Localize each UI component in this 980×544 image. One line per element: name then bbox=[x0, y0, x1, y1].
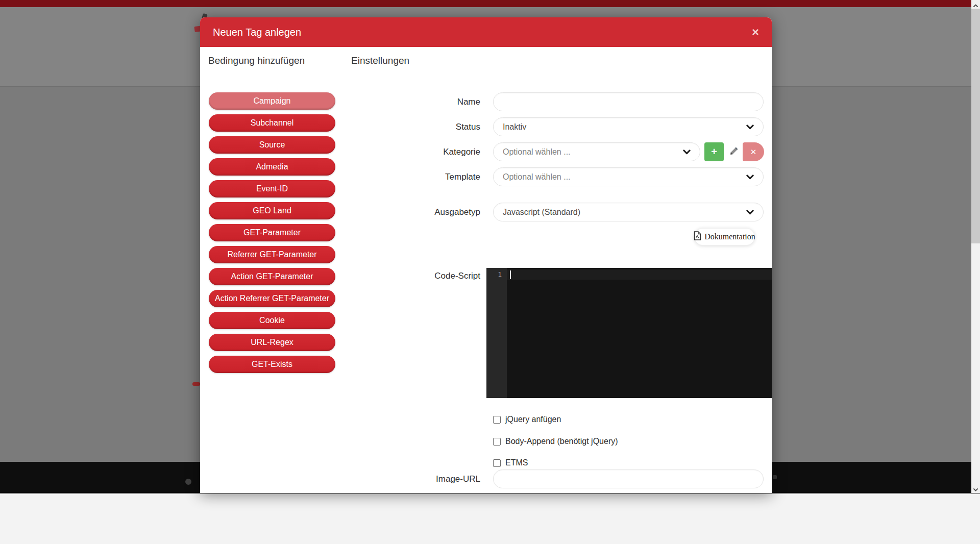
body-append-checkbox-row: Body-Append (benötigt jQuery) bbox=[493, 436, 618, 447]
conditions-heading: Bedingung hinzufügen bbox=[208, 55, 305, 66]
chevron-down-icon bbox=[973, 484, 978, 493]
image-url-input[interactable] bbox=[493, 469, 764, 488]
ausgabetyp-row: Ausgabetyp Javascript (Standard) bbox=[200, 203, 772, 221]
dokumentation-button-label: Dokumentation bbox=[704, 232, 755, 241]
background-top-red-bar bbox=[0, 0, 971, 7]
kategorie-add-button[interactable]: + bbox=[704, 142, 724, 161]
kategorie-label: Kategorie bbox=[200, 142, 480, 161]
ausgabetyp-select[interactable]: Javascript (Standard) bbox=[493, 203, 764, 221]
background-red-dash bbox=[192, 382, 200, 386]
status-row: Status Inaktiv bbox=[200, 117, 772, 136]
editor-text-caret bbox=[510, 270, 511, 279]
status-select[interactable]: Inaktiv bbox=[493, 117, 764, 136]
chevron-down-icon bbox=[683, 150, 691, 155]
close-icon[interactable]: × bbox=[752, 26, 759, 38]
pdf-file-icon bbox=[694, 231, 701, 242]
jquery-checkbox-row: jQuery anfügen bbox=[493, 414, 561, 425]
editor-line-number-gutter: 1 bbox=[486, 268, 507, 398]
editor-line-number: 1 bbox=[498, 270, 502, 278]
template-label: Template bbox=[200, 167, 480, 186]
body-append-checkbox-label: Body-Append (benötigt jQuery) bbox=[505, 437, 618, 446]
image-url-row: Image-URL bbox=[200, 469, 772, 488]
condition-button-get-exists[interactable]: GET-Exists bbox=[209, 356, 335, 373]
settings-heading: Einstellungen bbox=[351, 55, 409, 66]
jquery-checkbox-label: jQuery anfügen bbox=[505, 415, 561, 424]
condition-button-url-regex[interactable]: URL-Regex bbox=[209, 334, 335, 351]
template-select[interactable]: Optional wählen ... bbox=[493, 167, 764, 186]
condition-button-referrer-get-parameter[interactable]: Referrer GET-Parameter bbox=[209, 246, 335, 263]
x-icon: ✕ bbox=[750, 147, 757, 157]
image-url-label: Image-URL bbox=[200, 469, 480, 488]
dokumentation-button[interactable]: Dokumentation bbox=[694, 228, 755, 245]
chevron-down-icon bbox=[746, 125, 754, 130]
pencil-icon bbox=[729, 146, 739, 158]
condition-button-cookie[interactable]: Cookie bbox=[209, 312, 335, 329]
ausgabetyp-selected-value: Javascript (Standard) bbox=[503, 208, 580, 217]
name-input[interactable] bbox=[493, 92, 764, 111]
chevron-up-icon bbox=[973, 0, 978, 9]
jquery-checkbox[interactable] bbox=[493, 416, 501, 424]
kategorie-select[interactable]: Optional wählen ... bbox=[493, 142, 700, 161]
kategorie-edit-button[interactable] bbox=[727, 142, 741, 161]
scrollbar-thumb[interactable] bbox=[971, 9, 980, 243]
editor-active-line bbox=[507, 269, 772, 280]
name-row: Name bbox=[200, 92, 772, 111]
area-below-viewport bbox=[0, 493, 980, 544]
etms-checkbox-label: ETMS bbox=[505, 458, 528, 467]
body-append-checkbox[interactable] bbox=[493, 438, 501, 446]
code-script-label: Code-Script bbox=[200, 271, 480, 281]
screen: Neuen Tag anlegen × Bedingung hinzufügen… bbox=[0, 0, 980, 544]
code-script-editor[interactable]: 1 bbox=[486, 268, 772, 398]
scrollbar-up-button[interactable] bbox=[971, 0, 980, 9]
modal-title: Neuen Tag anlegen bbox=[213, 27, 301, 38]
create-tag-modal: Neuen Tag anlegen × Bedingung hinzufügen… bbox=[200, 17, 772, 493]
etms-checkbox[interactable] bbox=[493, 459, 501, 467]
modal-header: Neuen Tag anlegen × bbox=[200, 17, 772, 47]
name-label: Name bbox=[200, 92, 480, 111]
chevron-down-icon bbox=[746, 210, 754, 215]
template-placeholder: Optional wählen ... bbox=[503, 172, 571, 182]
background-footer-icon bbox=[185, 479, 191, 485]
condition-button-get-parameter[interactable]: GET-Parameter bbox=[209, 224, 335, 241]
ausgabetyp-label: Ausgabetyp bbox=[200, 203, 480, 221]
status-label: Status bbox=[200, 117, 480, 136]
kategorie-placeholder: Optional wählen ... bbox=[503, 147, 571, 157]
kategorie-clear-button[interactable]: ✕ bbox=[743, 142, 764, 161]
chevron-down-icon bbox=[746, 175, 754, 180]
scrollbar-down-button[interactable] bbox=[971, 484, 980, 493]
etms-checkbox-row: ETMS bbox=[493, 458, 528, 468]
kategorie-row: Kategorie Optional wählen ... + ✕ bbox=[200, 142, 772, 161]
browser-scrollbar[interactable] bbox=[971, 0, 980, 493]
template-row: Template Optional wählen ... bbox=[200, 167, 772, 186]
condition-button-action-referrer-get-parameter[interactable]: Action Referrer GET-Parameter bbox=[209, 290, 335, 307]
status-selected-value: Inaktiv bbox=[503, 122, 526, 132]
plus-icon: + bbox=[711, 146, 717, 158]
background-footer-icon-2 bbox=[773, 475, 777, 479]
